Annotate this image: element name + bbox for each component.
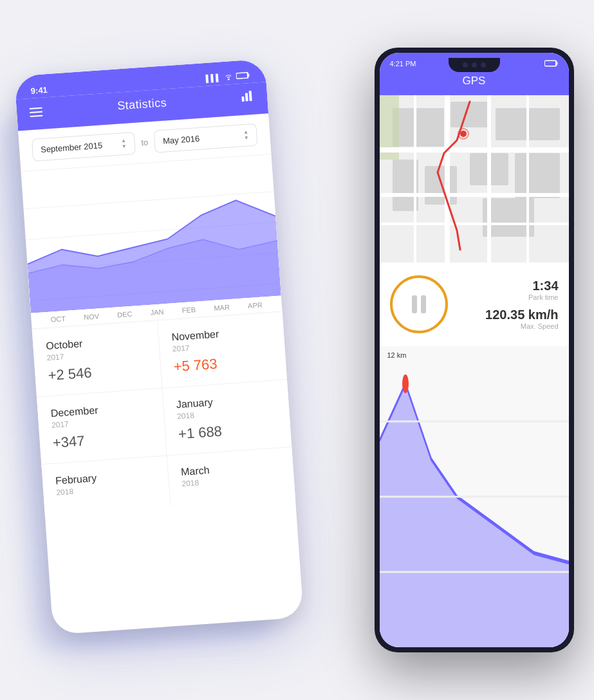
stat-card-0[interactable]: October 2017 +2 546 — [32, 321, 161, 396]
svg-rect-19 — [425, 166, 457, 205]
pause-icon — [412, 295, 426, 313]
svg-point-31 — [460, 131, 467, 137]
svg-rect-11 — [545, 61, 555, 66]
app-title-left: Statistics — [116, 96, 167, 113]
stat-card-4[interactable]: February 2018 — [41, 456, 169, 515]
chart-label-oct: OCT — [50, 315, 66, 324]
scene: 9:41 ▌▌▌ — [14, 28, 580, 672]
camera-dot — [463, 62, 468, 68]
max-speed-stat: 120.35 km/h Max. Speed — [485, 308, 558, 330]
gps-title: GPS — [463, 75, 486, 87]
right-phone-inner: 4:21 PM GPS — [380, 53, 569, 647]
park-time-stat: 1:34 Park time — [528, 279, 558, 301]
statistics-chart — [21, 154, 281, 313]
stat-card-5[interactable]: March 2018 — [167, 447, 295, 506]
gps-stats: 1:34 Park time 120.35 km/h Max. Speed — [458, 279, 559, 330]
wifi-icon — [223, 72, 233, 82]
chart-label-dec: DEC — [116, 310, 132, 319]
svg-rect-3 — [241, 97, 245, 102]
stat-value-5 — [182, 486, 281, 493]
svg-point-34 — [402, 374, 409, 393]
gps-info: 1:34 Park time 120.35 km/h Max. Speed — [380, 262, 569, 346]
mini-chart-label: 12 km — [387, 351, 407, 359]
chart-icon[interactable] — [241, 89, 255, 105]
pause-button[interactable] — [390, 275, 448, 333]
battery-icon-left — [236, 71, 250, 81]
svg-rect-15 — [393, 108, 444, 147]
park-time-label: Park time — [528, 293, 558, 301]
svg-rect-21 — [515, 153, 560, 198]
stats-grid: October 2017 +2 546 November 2017 +5 763… — [32, 312, 295, 515]
camera-notch — [449, 58, 500, 72]
svg-rect-12 — [557, 62, 558, 64]
chart-label-mar: MAR — [213, 303, 229, 312]
date-from-picker[interactable]: September 2015 ▲ ▼ — [31, 132, 135, 161]
chart-label-jan: JAN — [150, 308, 164, 316]
stat-value-4 — [57, 495, 156, 502]
menu-icon[interactable] — [29, 107, 42, 116]
speaker-dot — [472, 62, 477, 68]
date-from-arrows[interactable]: ▲ ▼ — [120, 138, 126, 150]
svg-rect-16 — [450, 102, 489, 127]
gps-header: GPS — [380, 72, 569, 95]
chart-label-feb: FEB — [181, 306, 196, 314]
stat-value-2: +347 — [52, 428, 153, 452]
stat-value-1: +5 763 — [172, 352, 273, 376]
date-to-picker[interactable]: May 2016 ▲ ▼ — [153, 124, 257, 153]
left-phone: 9:41 ▌▌▌ — [14, 59, 304, 634]
max-speed-label: Max. Speed — [485, 322, 558, 330]
svg-rect-4 — [245, 93, 248, 101]
right-phone: 4:21 PM GPS — [375, 48, 574, 652]
stat-card-1[interactable]: November 2017 +5 763 — [157, 312, 286, 387]
status-icons-left: ▌▌▌ — [205, 71, 250, 83]
stat-value-3: +1 688 — [178, 419, 278, 443]
time-left: 9:41 — [30, 85, 48, 96]
sensor-dot — [481, 62, 486, 68]
stat-card-2[interactable]: December 2017 +347 — [37, 389, 166, 464]
park-time-value: 1:34 — [528, 279, 558, 293]
stat-card-3[interactable]: January 2018 +1 688 — [162, 380, 292, 455]
date-to-arrows[interactable]: ▲ ▼ — [243, 129, 248, 141]
svg-rect-1 — [236, 73, 246, 78]
stat-value-0: +2 546 — [47, 360, 147, 384]
chart-label-nov: NOV — [83, 312, 99, 321]
date-to-label: May 2016 — [162, 131, 238, 146]
max-speed-value: 120.35 km/h — [485, 308, 558, 322]
signal-icon: ▌▌▌ — [205, 73, 221, 82]
date-from-label: September 2015 — [40, 140, 116, 154]
chart-label-apr: APR — [247, 301, 262, 310]
date-separator: to — [140, 137, 148, 147]
mini-chart: 12 km — [380, 346, 569, 647]
map-area[interactable] — [380, 95, 569, 262]
battery-icon-right — [544, 60, 559, 68]
svg-rect-5 — [248, 91, 252, 101]
time-right: 4:21 PM — [390, 60, 416, 68]
